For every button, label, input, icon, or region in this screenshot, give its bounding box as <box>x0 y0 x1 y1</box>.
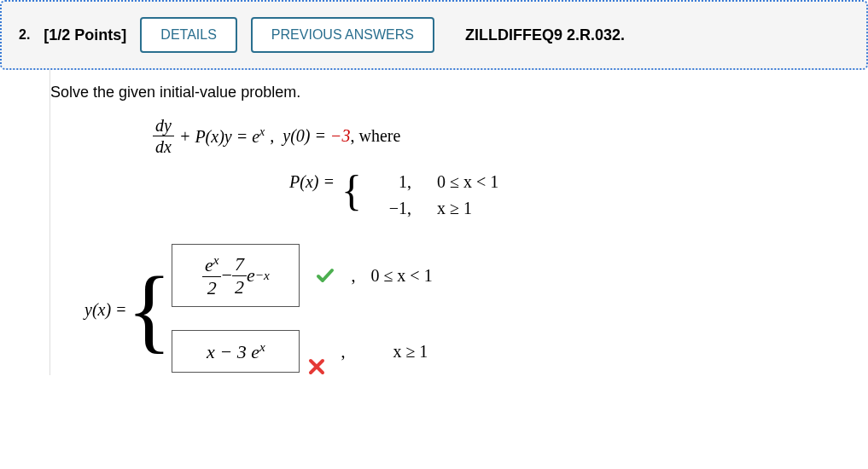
answer-input-1[interactable]: ex 2 − 7 2 e−x <box>172 244 300 307</box>
condition-1: 0 ≤ x < 1 <box>370 266 481 286</box>
equation-area: dy dx + P(x)y = ex , y(0) = −3, where P(… <box>153 117 868 375</box>
px-case-2: −1, x ≥ 1 <box>369 199 556 218</box>
previous-answers-button[interactable]: PREVIOUS ANSWERS <box>251 17 434 53</box>
p-of-x-definition: P(x) = { 1, 0 ≤ x < 1 −1, x ≥ 1 <box>289 172 868 218</box>
check-icon <box>315 265 335 286</box>
answer-area: y(x) = { ex 2 − 7 2 e−x <box>84 244 868 375</box>
yx-label: y(x) = <box>84 300 127 320</box>
comma: , <box>341 342 345 362</box>
question-content: Solve the given initial-value problem. d… <box>50 70 868 375</box>
comma: , <box>351 266 355 286</box>
px-label: P(x) = <box>289 172 335 192</box>
points-label: [1/2 Points] <box>44 26 126 44</box>
dy-dx-fraction: dy dx <box>153 117 174 155</box>
condition-2: x ≥ 1 <box>393 342 504 362</box>
answer-input-2[interactable]: x − 3 ex <box>172 330 300 373</box>
question-number: 2. <box>19 27 30 43</box>
cross-icon <box>308 358 325 375</box>
initial-condition: , y(0) = −3, where <box>270 126 400 146</box>
ode-equation: dy dx + P(x)y = ex , y(0) = −3, where <box>153 117 868 155</box>
eq-term: + P(x)y = ex <box>179 125 265 147</box>
answer-case-2: x − 3 ex , x ≥ 1 <box>172 327 504 375</box>
question-prompt: Solve the given initial-value problem. <box>50 78 868 117</box>
answer-case-1: ex 2 − 7 2 e−x , 0 ≤ x < 1 <box>172 244 504 307</box>
details-button[interactable]: DETAILS <box>140 17 237 53</box>
brace-icon: { <box>127 271 172 348</box>
brace-icon: { <box>341 172 362 208</box>
question-header: 2. [1/2 Points] DETAILS PREVIOUS ANSWERS… <box>0 0 868 70</box>
px-case-1: 1, 0 ≤ x < 1 <box>369 172 556 192</box>
textbook-reference: ZILLDIFFEQ9 2.R.032. <box>465 26 625 44</box>
